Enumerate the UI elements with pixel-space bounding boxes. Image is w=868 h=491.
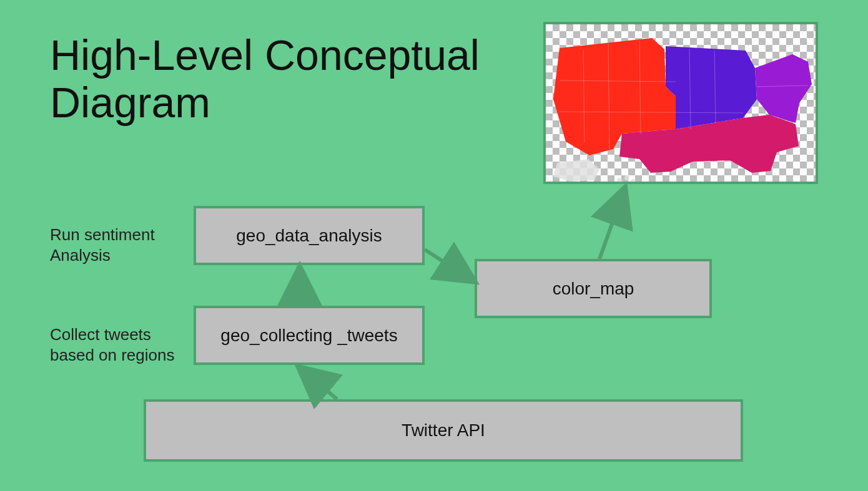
caption-sentiment: Run sentiment Analysis [50,225,155,265]
svg-point-2 [631,179,636,184]
us-regions-map [546,24,818,184]
region-northeast [755,54,812,123]
output-map-frame [543,22,818,184]
arrow-colormap-to-output [599,189,624,259]
title-line-1: High-Level Conceptual [50,31,480,79]
node-geo-analysis-label: geo_data_analysis [236,226,382,246]
diagram-stage: High-Level Conceptual Diagram Run sentim… [0,0,868,491]
node-twitter-api-label: Twitter API [402,421,485,440]
region-alaska [553,159,599,182]
caption-collect: Collect tweets based on regions [50,324,174,365]
node-color-map-label: color_map [553,279,634,299]
region-hawaii [617,175,636,184]
arrow-api-to-collect [300,368,337,399]
node-geo-analysis: geo_data_analysis [194,206,425,265]
node-color-map: color_map [475,259,712,318]
node-geo-collect-label: geo_collecting _tweets [220,326,397,346]
arrow-analysis-to-colormap [425,250,473,281]
region-midwest [666,46,757,129]
svg-point-0 [617,178,622,183]
node-geo-collect: geo_collecting _tweets [194,306,425,365]
node-twitter-api: Twitter API [144,399,743,462]
diagram-title: High-Level Conceptual Diagram [50,31,480,126]
svg-point-1 [624,175,629,180]
title-line-2: Diagram [50,79,210,126]
